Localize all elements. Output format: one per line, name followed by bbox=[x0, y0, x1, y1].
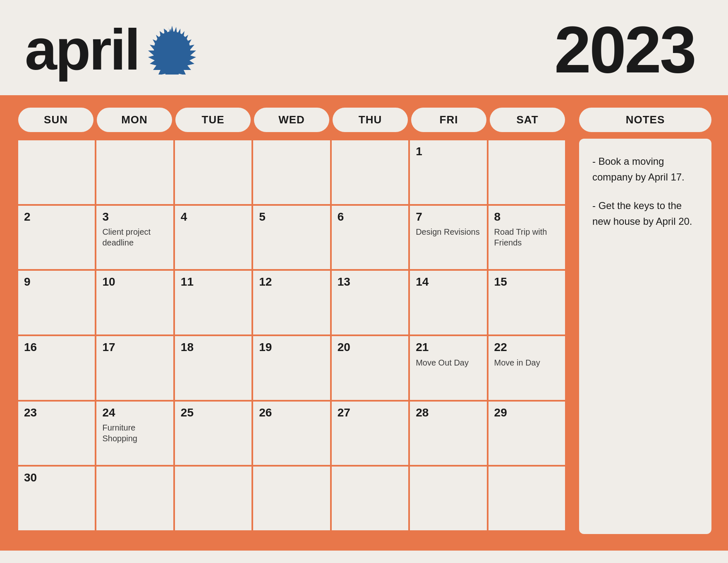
year-title: 2023 bbox=[554, 17, 695, 83]
cal-cell: 24Furniture Shopping bbox=[96, 401, 174, 466]
day-number: 5 bbox=[259, 211, 324, 224]
event-text: Client project deadline bbox=[102, 226, 167, 248]
cal-cell: 16 bbox=[17, 335, 96, 401]
cal-cell bbox=[96, 140, 174, 205]
cal-cell: 19 bbox=[252, 335, 330, 401]
notes-panel: NOTES - Book a moving company by April 1… bbox=[579, 108, 711, 534]
cal-cell: 21Move Out Day bbox=[409, 335, 487, 401]
day-number: 27 bbox=[338, 407, 402, 419]
cal-cell: 3Client project deadline bbox=[96, 205, 174, 270]
cal-cell bbox=[331, 466, 409, 531]
svg-point-1 bbox=[154, 31, 190, 68]
event-text: Road Trip with Friends bbox=[494, 226, 559, 248]
cal-cell: 22Move in Day bbox=[488, 335, 566, 401]
cal-cell bbox=[174, 466, 252, 531]
cal-cell: 17 bbox=[96, 335, 174, 401]
cal-cell: 1 bbox=[409, 140, 487, 205]
cal-cell bbox=[252, 140, 330, 205]
day-number: 21 bbox=[416, 341, 481, 354]
day-number: 12 bbox=[259, 276, 324, 289]
day-number: 6 bbox=[338, 211, 402, 224]
day-number: 17 bbox=[102, 341, 167, 354]
cal-cell: 10 bbox=[96, 270, 174, 335]
day-number: 13 bbox=[338, 276, 402, 289]
day-number: 20 bbox=[338, 341, 402, 354]
cal-cell bbox=[252, 466, 330, 531]
day-number: 24 bbox=[102, 407, 167, 419]
day-header-wed: WED bbox=[254, 108, 329, 132]
day-number: 18 bbox=[181, 341, 246, 354]
cal-cell bbox=[96, 466, 174, 531]
cal-cell: 26 bbox=[252, 401, 330, 466]
starburst-icon bbox=[147, 25, 197, 75]
day-number: 4 bbox=[181, 211, 246, 224]
month-title: april bbox=[25, 21, 139, 79]
day-header-sat: SAT bbox=[490, 108, 565, 132]
day-number: 2 bbox=[24, 211, 89, 224]
cal-cell: 14 bbox=[409, 270, 487, 335]
day-number: 22 bbox=[494, 341, 559, 354]
cal-cell: 9 bbox=[17, 270, 96, 335]
day-header-fri: FRI bbox=[411, 108, 486, 132]
note-item: - Get the keys to the new house by April… bbox=[592, 198, 698, 230]
day-header-thu: THU bbox=[333, 108, 408, 132]
day-number: 29 bbox=[494, 407, 559, 419]
calendar-main: SUN MON TUE WED THU FRI SAT 123Client pr… bbox=[17, 108, 567, 534]
cal-cell: 13 bbox=[331, 270, 409, 335]
day-number: 3 bbox=[102, 211, 167, 224]
event-text: Move in Day bbox=[494, 357, 559, 368]
day-number: 1 bbox=[416, 145, 481, 158]
cal-cell: 4 bbox=[174, 205, 252, 270]
cal-cell bbox=[331, 140, 409, 205]
day-header-sun: SUN bbox=[18, 108, 93, 132]
cal-cell: 12 bbox=[252, 270, 330, 335]
cal-cell: 7Design Revisions bbox=[409, 205, 487, 270]
cal-cell: 8Road Trip with Friends bbox=[488, 205, 566, 270]
day-number: 15 bbox=[494, 276, 559, 289]
day-number: 16 bbox=[24, 341, 89, 354]
day-number: 10 bbox=[102, 276, 167, 289]
cal-cell bbox=[409, 466, 487, 531]
cal-cell: 18 bbox=[174, 335, 252, 401]
day-number: 8 bbox=[494, 211, 559, 224]
day-header-mon: MON bbox=[97, 108, 172, 132]
cal-cell: 2 bbox=[17, 205, 96, 270]
day-number: 9 bbox=[24, 276, 89, 289]
event-text: Design Revisions bbox=[416, 226, 481, 237]
header-left: april bbox=[25, 21, 197, 79]
cal-cell bbox=[488, 466, 566, 531]
event-text: Furniture Shopping bbox=[102, 422, 167, 444]
cal-cell: 20 bbox=[331, 335, 409, 401]
day-number: 7 bbox=[416, 211, 481, 224]
cal-cell: 27 bbox=[331, 401, 409, 466]
calendar-section: SUN MON TUE WED THU FRI SAT 123Client pr… bbox=[0, 95, 728, 551]
event-text: Move Out Day bbox=[416, 357, 481, 368]
cal-cell: 15 bbox=[488, 270, 566, 335]
day-number: 26 bbox=[259, 407, 324, 419]
cal-cell: 28 bbox=[409, 401, 487, 466]
cal-cell bbox=[488, 140, 566, 205]
note-item: - Book a moving company by April 17. bbox=[592, 154, 698, 185]
notes-header: NOTES bbox=[579, 108, 711, 132]
day-headers: SUN MON TUE WED THU FRI SAT bbox=[17, 108, 567, 132]
calendar-grid: 123Client project deadline4567Design Rev… bbox=[17, 139, 567, 532]
cal-cell: 30 bbox=[17, 466, 96, 531]
header: april 2023 bbox=[0, 0, 728, 95]
cal-cell: 29 bbox=[488, 401, 566, 466]
day-number: 30 bbox=[24, 472, 89, 484]
cal-cell: 11 bbox=[174, 270, 252, 335]
day-number: 28 bbox=[416, 407, 481, 419]
cal-cell: 5 bbox=[252, 205, 330, 270]
notes-body: - Book a moving company by April 17.- Ge… bbox=[579, 139, 711, 534]
day-header-tue: TUE bbox=[175, 108, 251, 132]
cal-cell: 6 bbox=[331, 205, 409, 270]
cal-cell: 25 bbox=[174, 401, 252, 466]
cal-cell bbox=[174, 140, 252, 205]
day-number: 25 bbox=[181, 407, 246, 419]
day-number: 23 bbox=[24, 407, 89, 419]
cal-cell: 23 bbox=[17, 401, 96, 466]
day-number: 11 bbox=[181, 276, 246, 289]
cal-cell bbox=[17, 140, 96, 205]
day-number: 19 bbox=[259, 341, 324, 354]
day-number: 14 bbox=[416, 276, 481, 289]
